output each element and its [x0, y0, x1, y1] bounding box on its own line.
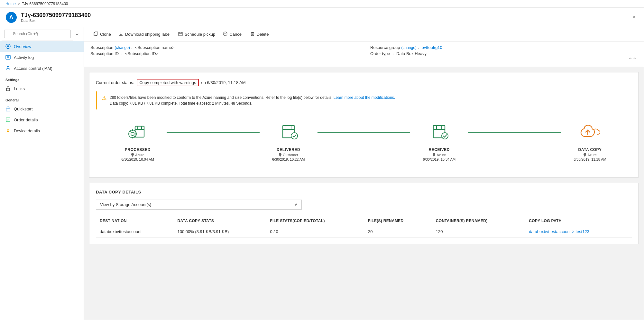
svg-rect-10: [6, 118, 10, 122]
main-window: Home > TJy-636975099779183400 A TJy-6369…: [0, 0, 644, 320]
col-containers-renamed: CONTAINER(S) RENAMED): [432, 216, 525, 226]
search-input[interactable]: [4, 30, 71, 38]
clone-button[interactable]: Clone: [90, 30, 114, 39]
close-button[interactable]: ×: [630, 13, 639, 22]
delete-label: Delete: [257, 32, 269, 37]
dropdown-value: View by Storage Account(s): [100, 202, 151, 207]
step-connector-2: [317, 132, 410, 133]
sidebar-item-overview[interactable]: Overview: [0, 41, 84, 52]
download-shipping-label: Download shipping label: [125, 32, 170, 37]
activity-log-icon: [5, 55, 11, 60]
cell-files-renamed: 20: [364, 226, 432, 238]
cancel-icon: [223, 32, 227, 37]
resource-group-colon: :: [418, 45, 419, 50]
download-icon: [119, 32, 123, 37]
cell-containers-renamed: 120: [432, 226, 525, 238]
clone-icon: [94, 32, 98, 37]
step-data-copy: DATA COPY Azure 6/30/2019, 11:18 AM: [561, 119, 619, 161]
svg-point-14: [7, 130, 9, 131]
sidebar-item-activity-log-label: Activity log: [14, 55, 34, 60]
sidebar-item-access-control[interactable]: Access control (IAM): [0, 63, 84, 74]
step-delivered-date: 6/30/2019, 10:22 AM: [272, 157, 305, 161]
order-type-colon: :: [392, 51, 394, 56]
subscription-id-label: Subscription ID: [90, 51, 119, 56]
step-data-copy-date: 6/30/2019, 11:18 AM: [574, 157, 606, 161]
resource-group-value[interactable]: bvttoolrg10: [422, 45, 442, 50]
breadcrumb: Home > TJy-636975099779183400: [0, 0, 644, 8]
subscription-label: Subscription: [90, 45, 114, 50]
subscription-id-colon: :: [121, 51, 123, 56]
sidebar-item-quickstart-label: Quickstart: [14, 107, 33, 111]
step-delivered: DELIVERED Customer 6/30/2019, 10:22 AM: [260, 119, 317, 161]
col-copy-log-path: COPY LOG PATH: [525, 216, 632, 226]
cell-copy-log-path[interactable]: databoxbvttestaccount > test123: [525, 226, 632, 238]
resource-group-label: Resource group: [370, 45, 400, 50]
status-value-badge: Copy completed with warnings: [137, 79, 198, 86]
subscription-colon: :: [131, 45, 133, 50]
data-copy-details-card: DATA COPY DETAILS View by Storage Accoun…: [89, 183, 639, 244]
svg-rect-8: [6, 88, 10, 91]
step-data-copy-location: Azure: [583, 153, 597, 157]
metadata-grid: Subscription (change) : <Subscription na…: [90, 45, 637, 56]
azure-logo-icon: A: [5, 12, 17, 23]
status-row: Current order status: Copy completed wit…: [96, 79, 632, 86]
sidebar-item-device-details[interactable]: Device details: [0, 125, 84, 136]
schedule-icon: [178, 32, 183, 37]
step-received-label: RECEIVED: [429, 147, 450, 152]
cancel-label: Cancel: [229, 32, 242, 37]
table-row: databoxbvttestaccount 100.00% (3.91 KB/3…: [96, 226, 632, 238]
overview-icon: [5, 44, 11, 49]
svg-point-7: [7, 66, 9, 68]
svg-point-33: [131, 132, 134, 136]
cancel-button[interactable]: Cancel: [220, 30, 245, 39]
schedule-pickup-button[interactable]: Schedule pickup: [175, 30, 218, 39]
sidebar-item-activity-log[interactable]: Activity log: [0, 52, 84, 63]
col-files-renamed: FILE(S) RENAMED: [364, 216, 432, 226]
step-processed-icon: [125, 119, 151, 145]
svg-rect-16: [95, 32, 98, 35]
delete-button[interactable]: Delete: [247, 30, 272, 39]
warning-box: ⚠ 280 folders/files have been modified t…: [96, 91, 632, 109]
order-type-label: Order type: [370, 51, 390, 56]
order-details-icon: [5, 117, 11, 122]
sidebar-item-order-details-label: Order details: [14, 118, 38, 122]
view-by-dropdown[interactable]: View by Storage Account(s) ∨: [96, 200, 302, 210]
sidebar-item-order-details[interactable]: Order details: [0, 114, 84, 125]
window-subtitle: Data Box: [21, 19, 91, 23]
step-received-icon: [426, 119, 452, 145]
step-connector-1: [167, 132, 260, 133]
subscription-change-link[interactable]: (change): [115, 45, 130, 50]
access-control-icon: [5, 66, 11, 71]
sidebar-section-general: General: [0, 94, 84, 103]
step-data-copy-icon: [577, 119, 603, 145]
subscription-value: <Subscription name>: [135, 45, 175, 50]
sidebar-item-device-details-label: Device details: [14, 128, 40, 133]
sidebar-collapse-button[interactable]: «: [73, 30, 81, 38]
breadcrumb-home[interactable]: Home: [5, 2, 16, 6]
table-header-row: DESTINATION DATA COPY STATS FILE STATS(C…: [96, 216, 632, 226]
status-label: Current order status:: [96, 80, 134, 85]
toolbar: Clone Download shipping label: [84, 27, 644, 42]
clone-label: Clone: [100, 32, 111, 37]
metadata-bar: Subscription (change) : <Subscription na…: [84, 42, 644, 67]
collapse-metadata-button[interactable]: ⌃⌃: [90, 56, 637, 63]
locks-icon: [5, 86, 11, 91]
sidebar-item-locks[interactable]: Locks: [0, 83, 84, 94]
subscription-id-row: Subscription ID : <Subscription ID>: [90, 51, 357, 56]
warning-icon: ⚠: [102, 95, 106, 106]
table-header: DESTINATION DATA COPY STATS FILE STATS(C…: [96, 216, 632, 226]
order-type-row: Order type : Data Box Heavy: [370, 51, 637, 56]
download-shipping-button[interactable]: Download shipping label: [115, 30, 174, 39]
step-received-location: Azure: [432, 153, 446, 157]
resource-group-change-link[interactable]: (change): [401, 45, 417, 50]
subscription-row: Subscription (change) : <Subscription na…: [90, 45, 357, 50]
step-processed: PROCESSED Azure 6/30/2019, 10:04 AM: [109, 119, 167, 161]
schedule-pickup-label: Schedule pickup: [185, 32, 215, 37]
sidebar-item-quickstart[interactable]: Quickstart: [0, 103, 84, 114]
order-type-value: Data Box Heavy: [396, 51, 427, 56]
cell-file-stats: 0 / 0: [266, 226, 364, 238]
cell-data-copy-stats: 100.00% (3.91 KB/3.91 KB): [174, 226, 266, 238]
warning-link[interactable]: Learn more about the modifications.: [334, 95, 395, 100]
delete-icon: [250, 32, 255, 37]
dropdown-arrow-icon: ∨: [294, 202, 298, 207]
